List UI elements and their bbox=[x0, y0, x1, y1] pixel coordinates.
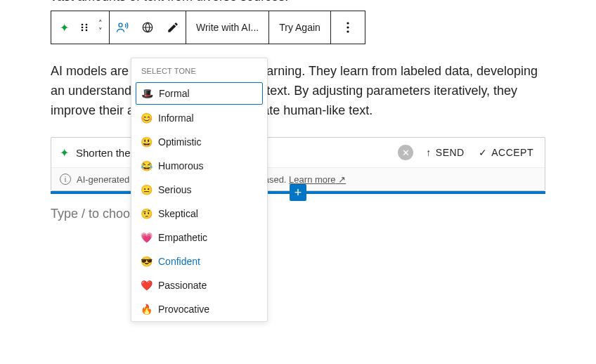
paragraph-fragment: vast amounts of text from diverse source… bbox=[51, 0, 545, 6]
sparkle-icon: ✦ bbox=[60, 21, 69, 34]
tone-label: Skeptical bbox=[158, 208, 198, 219]
block-inserter-line: + bbox=[51, 191, 545, 194]
svg-point-10 bbox=[346, 30, 349, 32]
humorous-emoji-icon: 😂 bbox=[140, 160, 153, 171]
tone-list: 🎩Formal😊Informal😃Optimistic😂Humorous😐Ser… bbox=[131, 82, 267, 321]
tone-option-serious[interactable]: 😐Serious bbox=[131, 178, 267, 202]
svg-point-3 bbox=[86, 27, 88, 29]
tone-label: Confident bbox=[158, 256, 200, 267]
paragraph-block[interactable]: AI models are trained on supervised lear… bbox=[51, 61, 545, 120]
svg-point-2 bbox=[82, 27, 84, 29]
tone-label: Passionate bbox=[158, 280, 207, 291]
language-button[interactable] bbox=[135, 11, 160, 44]
ai-sparkle-button[interactable]: ✦ bbox=[51, 11, 77, 44]
ai-input-panel: ✦ Shorten the above texts. ✕ ↑ SEND ✓ AC… bbox=[51, 137, 545, 191]
tone-option-empathetic[interactable]: 💗Empathetic bbox=[131, 226, 267, 249]
try-again-button[interactable]: Try Again bbox=[269, 11, 330, 44]
tone-option-formal[interactable]: 🎩Formal bbox=[136, 82, 263, 105]
svg-point-0 bbox=[82, 24, 84, 26]
person-voice-icon bbox=[115, 20, 129, 34]
svg-point-8 bbox=[346, 22, 349, 24]
block-movers[interactable]: ˄ ˅ bbox=[92, 11, 109, 44]
tone-label: Informal bbox=[158, 112, 194, 124]
skeptical-emoji-icon: 🤨 bbox=[140, 208, 153, 219]
drag-icon bbox=[80, 22, 89, 32]
voice-button[interactable] bbox=[110, 11, 135, 44]
dropdown-header: SELECT TONE bbox=[131, 58, 267, 81]
edit-button[interactable] bbox=[160, 11, 186, 44]
empty-block-placeholder[interactable]: Type / to choose a block bbox=[51, 207, 545, 221]
formal-emoji-icon: 🎩 bbox=[141, 88, 153, 99]
learn-more-link[interactable]: Learn more ↗ bbox=[289, 174, 346, 185]
confident-emoji-icon: 😎 bbox=[140, 256, 153, 267]
svg-point-1 bbox=[86, 24, 88, 26]
pencil-icon bbox=[167, 21, 179, 34]
optimistic-emoji-icon: 😃 bbox=[140, 136, 153, 148]
more-vertical-icon bbox=[346, 22, 349, 33]
svg-point-9 bbox=[346, 26, 349, 28]
write-with-ai-button[interactable]: Write with AI... bbox=[186, 11, 268, 44]
informal-emoji-icon: 😊 bbox=[140, 112, 153, 124]
passionate-emoji-icon: ❤️ bbox=[140, 280, 153, 291]
clear-button[interactable]: ✕ bbox=[398, 145, 413, 160]
add-block-button[interactable]: + bbox=[290, 184, 306, 201]
svg-point-4 bbox=[82, 30, 84, 32]
block-toolbar: ✦ ˄ ˅ Write with AI... Try Ag bbox=[51, 11, 365, 44]
info-icon: i bbox=[60, 174, 71, 185]
send-label: SEND bbox=[436, 147, 465, 158]
tone-option-confident[interactable]: 😎Confident bbox=[131, 249, 267, 273]
tone-label: Optimistic bbox=[158, 136, 201, 148]
drag-handle[interactable] bbox=[77, 11, 92, 44]
tone-label: Serious bbox=[158, 184, 191, 195]
svg-point-5 bbox=[86, 30, 88, 32]
tone-option-informal[interactable]: 😊Informal bbox=[131, 106, 267, 130]
tone-option-provocative[interactable]: 🔥Provocative bbox=[131, 297, 267, 321]
tone-option-optimistic[interactable]: 😃Optimistic bbox=[131, 130, 267, 154]
send-button[interactable]: ↑ SEND bbox=[426, 147, 464, 158]
check-icon: ✓ bbox=[479, 147, 488, 158]
close-icon: ✕ bbox=[402, 148, 410, 158]
svg-point-6 bbox=[119, 23, 122, 27]
arrow-up-icon: ↑ bbox=[426, 147, 432, 158]
globe-icon bbox=[141, 21, 154, 34]
tone-label: Humorous bbox=[158, 160, 204, 171]
empathetic-emoji-icon: 💗 bbox=[140, 232, 153, 243]
tone-option-skeptical[interactable]: 🤨Skeptical bbox=[131, 202, 267, 226]
plus-icon: + bbox=[294, 186, 302, 200]
tone-label: Provocative bbox=[158, 304, 209, 315]
tone-option-passionate[interactable]: ❤️Passionate bbox=[131, 273, 267, 297]
accept-label: ACCEPT bbox=[491, 147, 533, 158]
chevron-down-icon: ˅ bbox=[98, 27, 103, 35]
tone-label: Formal bbox=[159, 88, 190, 99]
serious-emoji-icon: 😐 bbox=[140, 184, 153, 195]
more-options-button[interactable] bbox=[331, 11, 365, 44]
provocative-emoji-icon: 🔥 bbox=[140, 304, 153, 315]
tone-dropdown: SELECT TONE 🎩Formal😊Informal😃Optimistic😂… bbox=[131, 58, 268, 322]
accept-button[interactable]: ✓ ACCEPT bbox=[479, 147, 533, 158]
tone-label: Empathetic bbox=[158, 232, 207, 243]
sparkle-icon: ✦ bbox=[60, 146, 69, 160]
tone-option-humorous[interactable]: 😂Humorous bbox=[131, 154, 267, 178]
